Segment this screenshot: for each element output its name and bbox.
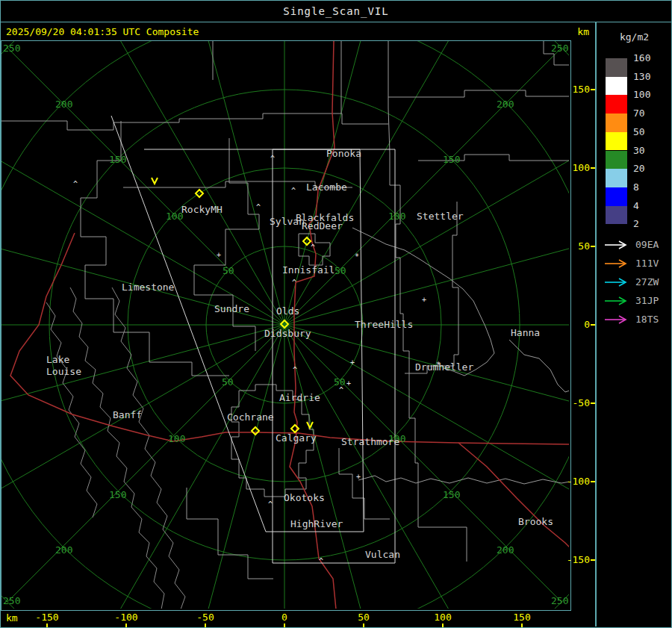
track-arrow-icon [604, 240, 629, 249]
track-id-label: 18TS [635, 314, 659, 325]
city-label-innisfail: Innisfail [282, 264, 335, 276]
y-axis-tick-label: -150 [560, 554, 590, 565]
city-label-vulcan: Vulcan [365, 549, 400, 560]
range-label: 100 [388, 211, 405, 222]
county-boundary [388, 90, 569, 97]
city-label-rockymh: RockyMH [181, 204, 223, 215]
station-diamond-marker [291, 425, 299, 432]
info-bar: 2025/09/20 04:01:35 UTC Composite km [0, 22, 595, 40]
track-id-label: 09EA [635, 239, 659, 250]
y-axis-tick-label: 100 [560, 162, 590, 173]
bearing-line [284, 325, 569, 426]
range-label: 150 [443, 154, 460, 165]
y-axis-tick-label: 50 [560, 240, 590, 252]
x-axis-tick [521, 624, 523, 627]
vil-scale-swatch [606, 95, 627, 114]
city-label-calgary: Calgary [276, 432, 317, 444]
highway-line [458, 443, 569, 547]
city-label-cochrane: Cochrane [227, 411, 274, 423]
terrain-boundary [46, 302, 97, 517]
vil-scale-value: 70 [633, 108, 645, 119]
town-marker: ^ [73, 180, 78, 188]
city-label-hanna: Hanna [511, 327, 540, 338]
range-label: 200 [55, 99, 72, 110]
radar-map-canvas[interactable]: 2502001501005050100150200250501001502002… [1, 41, 569, 609]
y-axis-tick-label: -50 [560, 397, 590, 408]
track-arrow-icon [604, 315, 629, 324]
town-marker: ^ [270, 155, 275, 163]
town-marker: ^ [293, 366, 297, 374]
x-axis-tick-label: -50 [187, 612, 223, 623]
town-marker: + [350, 358, 355, 367]
x-axis-tick [363, 624, 364, 627]
x-axis-tick-label: 50 [346, 612, 382, 623]
vil-scale-swatch [606, 114, 627, 132]
city-label-strathmore: Strathmore [341, 436, 399, 447]
y-axis: 150100500-50-100-150 [570, 41, 595, 609]
county-boundary [339, 448, 390, 519]
range-label: 50 [223, 265, 234, 276]
window-title: Single_Scan_VIL [283, 5, 388, 17]
range-label: 200 [55, 544, 72, 556]
town-marker: ^ [319, 557, 323, 565]
bearing-line [89, 41, 285, 325]
legend-panel: kg/m2 1601301007050302084209EA111V27ZW31… [595, 22, 672, 627]
range-label: 250 [551, 43, 568, 54]
city-label-drumheller: Drumheller [415, 361, 473, 373]
bearing-line [1, 129, 284, 326]
vil-scale-swatch [606, 151, 627, 170]
x-axis: km -150-100-50050100150 [0, 610, 595, 627]
y-axis-tick-label: 150 [560, 84, 590, 95]
x-axis-tick [205, 624, 206, 627]
town-marker: ^ [339, 386, 343, 394]
x-axis-tick [125, 624, 127, 627]
bearing-line [89, 325, 285, 609]
town-marker: ^ [292, 279, 296, 287]
x-axis-tick-label: 100 [425, 612, 461, 623]
city-label-stettler: Stettler [417, 211, 464, 222]
county-boundary [187, 488, 273, 579]
vil-scale-value: 4 [633, 200, 639, 211]
x-axis-tick-label: 0 [267, 612, 302, 623]
x-axis-tick-label: 150 [504, 612, 540, 623]
city-label-airdrie: Airdrie [279, 392, 320, 403]
county-boundary [509, 340, 569, 392]
vil-scale-value: 20 [633, 163, 645, 174]
city-label-lacombe: Lacombe [306, 181, 347, 193]
vil-scale-swatch [606, 187, 627, 206]
town-marker: ^ [291, 187, 296, 195]
range-label: 200 [497, 544, 514, 556]
range-label: 100 [168, 433, 185, 444]
track-arrow-icon [604, 296, 629, 305]
bearing-line [183, 325, 284, 609]
city-label-lake: Lake [46, 354, 69, 365]
city-label-highriver: HighRiver [290, 518, 343, 529]
town-marker: ^ [268, 500, 273, 509]
city-label-limestone: Limestone [122, 282, 175, 293]
town-marker: + [356, 473, 361, 481]
x-axis-tick-label: -100 [108, 612, 144, 623]
track-arrow-icon [604, 278, 629, 287]
city-label-reddeer: RedDeer [302, 220, 343, 231]
x-axis-tick [46, 624, 48, 627]
town-marker: + [217, 251, 221, 259]
vil-scale-swatch [606, 169, 627, 187]
vil-scale-value: 50 [633, 126, 645, 137]
radar-map[interactable]: 2502001501005050100150200250501001502002… [1, 40, 571, 611]
county-boundary [418, 155, 569, 161]
y-axis-tick-label: 0 [560, 319, 590, 330]
town-marker: * [355, 252, 359, 261]
y-axis-unit-label: km [577, 26, 589, 37]
vil-scale-value: 100 [633, 89, 650, 100]
chevron-marker [152, 178, 158, 184]
range-label: 250 [3, 595, 20, 606]
x-axis-tick [284, 624, 285, 627]
town-marker: ^ [256, 203, 261, 211]
county-boundary [388, 41, 467, 562]
city-label-ponoka: Ponoka [326, 148, 361, 159]
legend-unit-label: kg/m2 [597, 31, 672, 43]
bearing-line [284, 325, 386, 609]
vil-scale-swatch [606, 206, 627, 225]
range-label: 250 [551, 595, 568, 606]
vil-scale-value: 130 [633, 71, 650, 82]
